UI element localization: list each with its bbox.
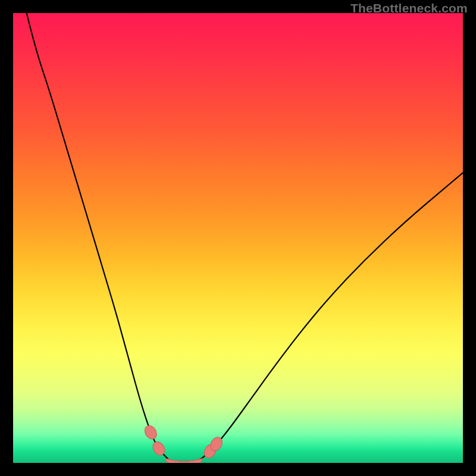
watermark-text: TheBottleneck.com <box>350 1 468 15</box>
bottleneck-curve <box>27 13 463 462</box>
outer-frame: TheBottleneck.com <box>0 0 476 476</box>
valley-nub-path <box>165 458 202 463</box>
left-nub-upper <box>142 424 159 441</box>
chart-svg <box>13 13 463 463</box>
plot-area <box>13 13 463 463</box>
curve-group <box>27 13 463 463</box>
